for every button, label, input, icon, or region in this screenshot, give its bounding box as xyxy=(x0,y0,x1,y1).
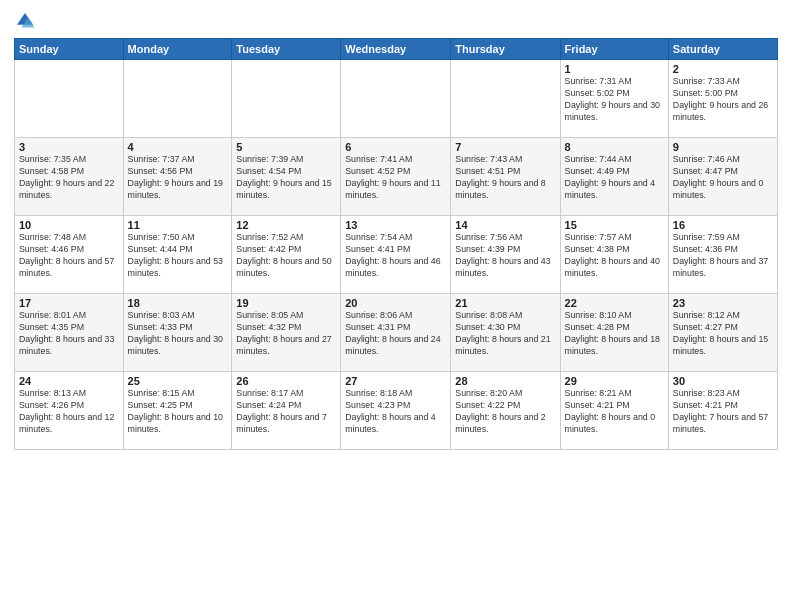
day-number: 1 xyxy=(565,63,664,75)
calendar-cell: 1Sunrise: 7:31 AM Sunset: 5:02 PM Daylig… xyxy=(560,60,668,138)
calendar-cell xyxy=(15,60,124,138)
calendar-week-row: 3Sunrise: 7:35 AM Sunset: 4:58 PM Daylig… xyxy=(15,138,778,216)
day-info: Sunrise: 8:17 AM Sunset: 4:24 PM Dayligh… xyxy=(236,388,336,436)
day-info: Sunrise: 8:01 AM Sunset: 4:35 PM Dayligh… xyxy=(19,310,119,358)
day-number: 30 xyxy=(673,375,773,387)
day-info: Sunrise: 7:43 AM Sunset: 4:51 PM Dayligh… xyxy=(455,154,555,202)
day-number: 29 xyxy=(565,375,664,387)
calendar-week-row: 10Sunrise: 7:48 AM Sunset: 4:46 PM Dayli… xyxy=(15,216,778,294)
day-info: Sunrise: 7:31 AM Sunset: 5:02 PM Dayligh… xyxy=(565,76,664,124)
page: SundayMondayTuesdayWednesdayThursdayFrid… xyxy=(0,0,792,612)
day-info: Sunrise: 7:50 AM Sunset: 4:44 PM Dayligh… xyxy=(128,232,228,280)
day-number: 3 xyxy=(19,141,119,153)
day-number: 2 xyxy=(673,63,773,75)
calendar-week-row: 1Sunrise: 7:31 AM Sunset: 5:02 PM Daylig… xyxy=(15,60,778,138)
day-number: 18 xyxy=(128,297,228,309)
day-info: Sunrise: 8:12 AM Sunset: 4:27 PM Dayligh… xyxy=(673,310,773,358)
day-info: Sunrise: 7:57 AM Sunset: 4:38 PM Dayligh… xyxy=(565,232,664,280)
calendar-cell xyxy=(341,60,451,138)
calendar-cell: 18Sunrise: 8:03 AM Sunset: 4:33 PM Dayli… xyxy=(123,294,232,372)
calendar-cell: 14Sunrise: 7:56 AM Sunset: 4:39 PM Dayli… xyxy=(451,216,560,294)
day-info: Sunrise: 7:52 AM Sunset: 4:42 PM Dayligh… xyxy=(236,232,336,280)
day-info: Sunrise: 8:06 AM Sunset: 4:31 PM Dayligh… xyxy=(345,310,446,358)
calendar-cell: 25Sunrise: 8:15 AM Sunset: 4:25 PM Dayli… xyxy=(123,372,232,450)
weekday-header: Tuesday xyxy=(232,39,341,60)
weekday-header: Saturday xyxy=(668,39,777,60)
calendar-cell: 20Sunrise: 8:06 AM Sunset: 4:31 PM Dayli… xyxy=(341,294,451,372)
day-number: 10 xyxy=(19,219,119,231)
day-info: Sunrise: 8:20 AM Sunset: 4:22 PM Dayligh… xyxy=(455,388,555,436)
day-info: Sunrise: 7:35 AM Sunset: 4:58 PM Dayligh… xyxy=(19,154,119,202)
calendar-cell: 16Sunrise: 7:59 AM Sunset: 4:36 PM Dayli… xyxy=(668,216,777,294)
weekday-header: Friday xyxy=(560,39,668,60)
day-number: 16 xyxy=(673,219,773,231)
day-number: 7 xyxy=(455,141,555,153)
calendar-cell: 9Sunrise: 7:46 AM Sunset: 4:47 PM Daylig… xyxy=(668,138,777,216)
day-info: Sunrise: 7:39 AM Sunset: 4:54 PM Dayligh… xyxy=(236,154,336,202)
calendar-cell: 15Sunrise: 7:57 AM Sunset: 4:38 PM Dayli… xyxy=(560,216,668,294)
day-number: 22 xyxy=(565,297,664,309)
day-info: Sunrise: 8:23 AM Sunset: 4:21 PM Dayligh… xyxy=(673,388,773,436)
day-info: Sunrise: 7:59 AM Sunset: 4:36 PM Dayligh… xyxy=(673,232,773,280)
day-number: 11 xyxy=(128,219,228,231)
calendar-cell: 19Sunrise: 8:05 AM Sunset: 4:32 PM Dayli… xyxy=(232,294,341,372)
day-info: Sunrise: 7:44 AM Sunset: 4:49 PM Dayligh… xyxy=(565,154,664,202)
day-number: 27 xyxy=(345,375,446,387)
day-info: Sunrise: 7:56 AM Sunset: 4:39 PM Dayligh… xyxy=(455,232,555,280)
day-info: Sunrise: 8:03 AM Sunset: 4:33 PM Dayligh… xyxy=(128,310,228,358)
calendar-table: SundayMondayTuesdayWednesdayThursdayFrid… xyxy=(14,38,778,450)
calendar-week-row: 17Sunrise: 8:01 AM Sunset: 4:35 PM Dayli… xyxy=(15,294,778,372)
day-info: Sunrise: 7:41 AM Sunset: 4:52 PM Dayligh… xyxy=(345,154,446,202)
calendar-cell: 26Sunrise: 8:17 AM Sunset: 4:24 PM Dayli… xyxy=(232,372,341,450)
day-info: Sunrise: 8:21 AM Sunset: 4:21 PM Dayligh… xyxy=(565,388,664,436)
day-number: 19 xyxy=(236,297,336,309)
day-number: 25 xyxy=(128,375,228,387)
day-number: 4 xyxy=(128,141,228,153)
day-number: 13 xyxy=(345,219,446,231)
weekday-header: Wednesday xyxy=(341,39,451,60)
weekday-header: Sunday xyxy=(15,39,124,60)
day-number: 5 xyxy=(236,141,336,153)
day-number: 28 xyxy=(455,375,555,387)
day-info: Sunrise: 7:33 AM Sunset: 5:00 PM Dayligh… xyxy=(673,76,773,124)
day-number: 20 xyxy=(345,297,446,309)
calendar-cell: 11Sunrise: 7:50 AM Sunset: 4:44 PM Dayli… xyxy=(123,216,232,294)
day-info: Sunrise: 8:15 AM Sunset: 4:25 PM Dayligh… xyxy=(128,388,228,436)
logo xyxy=(14,10,38,32)
calendar-cell: 5Sunrise: 7:39 AM Sunset: 4:54 PM Daylig… xyxy=(232,138,341,216)
calendar-cell: 22Sunrise: 8:10 AM Sunset: 4:28 PM Dayli… xyxy=(560,294,668,372)
day-number: 9 xyxy=(673,141,773,153)
day-number: 8 xyxy=(565,141,664,153)
day-info: Sunrise: 8:10 AM Sunset: 4:28 PM Dayligh… xyxy=(565,310,664,358)
calendar-cell: 27Sunrise: 8:18 AM Sunset: 4:23 PM Dayli… xyxy=(341,372,451,450)
calendar-cell: 29Sunrise: 8:21 AM Sunset: 4:21 PM Dayli… xyxy=(560,372,668,450)
day-info: Sunrise: 8:13 AM Sunset: 4:26 PM Dayligh… xyxy=(19,388,119,436)
calendar-cell: 2Sunrise: 7:33 AM Sunset: 5:00 PM Daylig… xyxy=(668,60,777,138)
day-number: 6 xyxy=(345,141,446,153)
day-number: 17 xyxy=(19,297,119,309)
calendar-cell: 28Sunrise: 8:20 AM Sunset: 4:22 PM Dayli… xyxy=(451,372,560,450)
calendar-cell: 24Sunrise: 8:13 AM Sunset: 4:26 PM Dayli… xyxy=(15,372,124,450)
calendar-cell: 21Sunrise: 8:08 AM Sunset: 4:30 PM Dayli… xyxy=(451,294,560,372)
calendar-cell: 10Sunrise: 7:48 AM Sunset: 4:46 PM Dayli… xyxy=(15,216,124,294)
calendar-cell: 4Sunrise: 7:37 AM Sunset: 4:56 PM Daylig… xyxy=(123,138,232,216)
logo-icon xyxy=(14,10,36,32)
day-number: 24 xyxy=(19,375,119,387)
calendar-cell: 30Sunrise: 8:23 AM Sunset: 4:21 PM Dayli… xyxy=(668,372,777,450)
day-info: Sunrise: 7:37 AM Sunset: 4:56 PM Dayligh… xyxy=(128,154,228,202)
calendar-cell: 23Sunrise: 8:12 AM Sunset: 4:27 PM Dayli… xyxy=(668,294,777,372)
calendar-cell xyxy=(232,60,341,138)
calendar-cell: 12Sunrise: 7:52 AM Sunset: 4:42 PM Dayli… xyxy=(232,216,341,294)
day-info: Sunrise: 7:46 AM Sunset: 4:47 PM Dayligh… xyxy=(673,154,773,202)
day-number: 15 xyxy=(565,219,664,231)
day-number: 23 xyxy=(673,297,773,309)
calendar-header-row: SundayMondayTuesdayWednesdayThursdayFrid… xyxy=(15,39,778,60)
weekday-header: Monday xyxy=(123,39,232,60)
calendar-cell: 6Sunrise: 7:41 AM Sunset: 4:52 PM Daylig… xyxy=(341,138,451,216)
calendar-week-row: 24Sunrise: 8:13 AM Sunset: 4:26 PM Dayli… xyxy=(15,372,778,450)
calendar-cell: 7Sunrise: 7:43 AM Sunset: 4:51 PM Daylig… xyxy=(451,138,560,216)
day-info: Sunrise: 7:48 AM Sunset: 4:46 PM Dayligh… xyxy=(19,232,119,280)
calendar-cell: 17Sunrise: 8:01 AM Sunset: 4:35 PM Dayli… xyxy=(15,294,124,372)
weekday-header: Thursday xyxy=(451,39,560,60)
calendar-cell: 13Sunrise: 7:54 AM Sunset: 4:41 PM Dayli… xyxy=(341,216,451,294)
